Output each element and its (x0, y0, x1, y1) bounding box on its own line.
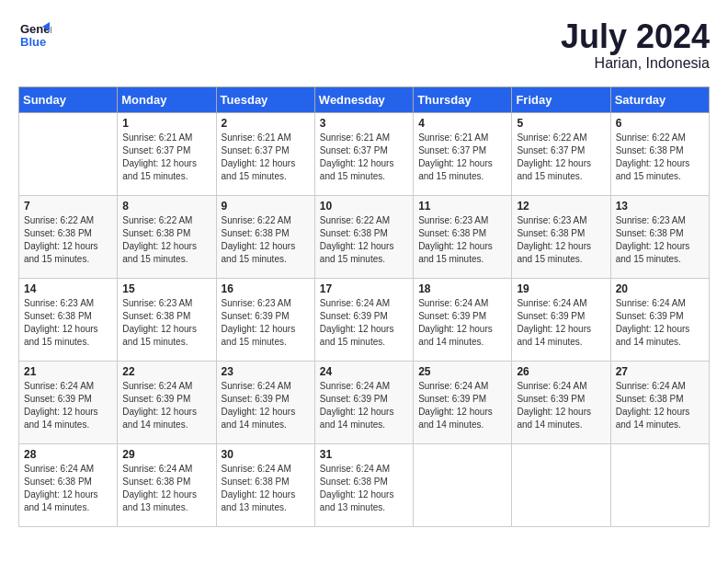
day-number: 3 (320, 117, 408, 130)
calendar-week-row: 1 Sunrise: 6:21 AMSunset: 6:37 PMDayligh… (19, 112, 710, 195)
day-info: Sunrise: 6:24 AMSunset: 6:39 PMDaylight:… (517, 297, 605, 349)
day-info: Sunrise: 6:24 AMSunset: 6:39 PMDaylight:… (222, 380, 310, 431)
day-number: 14 (24, 282, 112, 295)
calendar-day-cell: 21 Sunrise: 6:24 AMSunset: 6:39 PMDaylig… (19, 361, 118, 443)
calendar-day-cell: 17 Sunrise: 6:24 AMSunset: 6:39 PMDaylig… (314, 278, 413, 361)
calendar-day-cell: 2 Sunrise: 6:21 AMSunset: 6:37 PMDayligh… (216, 112, 314, 195)
day-info: Sunrise: 6:24 AMSunset: 6:39 PMDaylight:… (320, 297, 408, 349)
day-number: 30 (222, 448, 310, 461)
day-info: Sunrise: 6:22 AMSunset: 6:38 PMDaylight:… (122, 214, 210, 266)
calendar-week-row: 7 Sunrise: 6:22 AMSunset: 6:38 PMDayligh… (19, 195, 710, 278)
day-info: Sunrise: 6:24 AMSunset: 6:39 PMDaylight:… (616, 297, 704, 349)
calendar-day-cell: 31 Sunrise: 6:24 AMSunset: 6:38 PMDaylig… (314, 443, 413, 526)
calendar-day-cell: 4 Sunrise: 6:21 AMSunset: 6:37 PMDayligh… (414, 112, 512, 195)
calendar-day-cell: 1 Sunrise: 6:21 AMSunset: 6:37 PMDayligh… (118, 112, 216, 195)
day-number: 8 (122, 200, 210, 213)
calendar-day-cell: 8 Sunrise: 6:22 AMSunset: 6:38 PMDayligh… (118, 195, 216, 278)
logo: General Blue (18, 18, 51, 52)
calendar-day-cell (610, 443, 709, 526)
day-number: 20 (616, 282, 704, 295)
day-number: 10 (320, 200, 408, 213)
day-info: Sunrise: 6:24 AMSunset: 6:39 PMDaylight:… (122, 380, 210, 431)
calendar-day-cell: 10 Sunrise: 6:22 AMSunset: 6:38 PMDaylig… (314, 195, 413, 278)
calendar-day-cell (414, 443, 512, 526)
calendar-day-cell: 13 Sunrise: 6:23 AMSunset: 6:38 PMDaylig… (610, 195, 709, 278)
calendar-day-cell: 23 Sunrise: 6:24 AMSunset: 6:39 PMDaylig… (216, 361, 314, 443)
day-info: Sunrise: 6:21 AMSunset: 6:37 PMDaylight:… (418, 132, 506, 183)
day-number: 6 (616, 117, 704, 130)
calendar-day-cell (19, 112, 118, 195)
day-number: 2 (222, 117, 310, 130)
day-info: Sunrise: 6:23 AMSunset: 6:38 PMDaylight:… (24, 297, 112, 349)
calendar-week-row: 14 Sunrise: 6:23 AMSunset: 6:38 PMDaylig… (19, 278, 710, 361)
calendar-day-cell: 19 Sunrise: 6:24 AMSunset: 6:39 PMDaylig… (512, 278, 610, 361)
day-of-week-header: Thursday (414, 86, 512, 112)
day-info: Sunrise: 6:24 AMSunset: 6:39 PMDaylight:… (418, 380, 506, 431)
calendar-day-cell: 20 Sunrise: 6:24 AMSunset: 6:39 PMDaylig… (610, 278, 709, 361)
calendar-day-cell: 15 Sunrise: 6:23 AMSunset: 6:38 PMDaylig… (118, 278, 216, 361)
day-info: Sunrise: 6:23 AMSunset: 6:38 PMDaylight:… (517, 214, 605, 266)
day-of-week-header: Monday (118, 86, 216, 112)
calendar-table: SundayMondayTuesdayWednesdayThursdayFrid… (18, 86, 710, 527)
day-number: 5 (517, 117, 605, 130)
calendar-day-cell: 29 Sunrise: 6:24 AMSunset: 6:38 PMDaylig… (118, 443, 216, 526)
day-number: 28 (24, 448, 112, 461)
day-number: 22 (122, 365, 210, 378)
day-of-week-header: Tuesday (216, 86, 314, 112)
day-of-week-header: Saturday (610, 86, 709, 112)
day-info: Sunrise: 6:24 AMSunset: 6:39 PMDaylight:… (320, 380, 408, 431)
day-info: Sunrise: 6:23 AMSunset: 6:38 PMDaylight:… (616, 214, 704, 266)
day-number: 27 (616, 365, 704, 378)
calendar-day-cell: 28 Sunrise: 6:24 AMSunset: 6:38 PMDaylig… (19, 443, 118, 526)
calendar-day-cell: 5 Sunrise: 6:22 AMSunset: 6:37 PMDayligh… (512, 112, 610, 195)
day-number: 23 (222, 365, 310, 378)
day-number: 4 (418, 117, 506, 130)
day-number: 17 (320, 282, 408, 295)
day-info: Sunrise: 6:22 AMSunset: 6:38 PMDaylight:… (222, 214, 310, 266)
calendar-day-cell (512, 443, 610, 526)
day-number: 16 (222, 282, 310, 295)
day-number: 15 (122, 282, 210, 295)
day-number: 11 (418, 200, 506, 213)
day-number: 24 (320, 365, 408, 378)
day-info: Sunrise: 6:22 AMSunset: 6:38 PMDaylight:… (320, 214, 408, 266)
logo-icon: General Blue (18, 18, 51, 52)
month-year-title: July 2024 (561, 18, 710, 55)
day-info: Sunrise: 6:21 AMSunset: 6:37 PMDaylight:… (222, 132, 310, 183)
calendar-day-cell: 27 Sunrise: 6:24 AMSunset: 6:38 PMDaylig… (610, 361, 709, 443)
day-info: Sunrise: 6:24 AMSunset: 6:39 PMDaylight:… (418, 297, 506, 349)
calendar-day-cell: 6 Sunrise: 6:22 AMSunset: 6:38 PMDayligh… (610, 112, 709, 195)
calendar-day-cell: 30 Sunrise: 6:24 AMSunset: 6:38 PMDaylig… (216, 443, 314, 526)
day-number: 7 (24, 200, 112, 213)
page-header: General Blue July 2024 Harian, Indonesia (18, 18, 710, 72)
calendar-day-cell: 25 Sunrise: 6:24 AMSunset: 6:39 PMDaylig… (414, 361, 512, 443)
day-of-week-header: Sunday (19, 86, 118, 112)
day-number: 18 (418, 282, 506, 295)
day-info: Sunrise: 6:22 AMSunset: 6:37 PMDaylight:… (517, 132, 605, 183)
day-info: Sunrise: 6:21 AMSunset: 6:37 PMDaylight:… (122, 132, 210, 183)
day-number: 25 (418, 365, 506, 378)
calendar-day-cell: 22 Sunrise: 6:24 AMSunset: 6:39 PMDaylig… (118, 361, 216, 443)
location-subtitle: Harian, Indonesia (561, 55, 710, 72)
day-info: Sunrise: 6:23 AMSunset: 6:38 PMDaylight:… (418, 214, 506, 266)
day-info: Sunrise: 6:23 AMSunset: 6:39 PMDaylight:… (222, 297, 310, 349)
calendar-week-row: 28 Sunrise: 6:24 AMSunset: 6:38 PMDaylig… (19, 443, 710, 526)
calendar-day-cell: 18 Sunrise: 6:24 AMSunset: 6:39 PMDaylig… (414, 278, 512, 361)
calendar-day-cell: 3 Sunrise: 6:21 AMSunset: 6:37 PMDayligh… (314, 112, 413, 195)
day-info: Sunrise: 6:23 AMSunset: 6:38 PMDaylight:… (122, 297, 210, 349)
day-number: 9 (222, 200, 310, 213)
calendar-day-cell: 11 Sunrise: 6:23 AMSunset: 6:38 PMDaylig… (414, 195, 512, 278)
title-block: July 2024 Harian, Indonesia (561, 18, 710, 72)
calendar-day-cell: 14 Sunrise: 6:23 AMSunset: 6:38 PMDaylig… (19, 278, 118, 361)
calendar-day-cell: 24 Sunrise: 6:24 AMSunset: 6:39 PMDaylig… (314, 361, 413, 443)
day-info: Sunrise: 6:24 AMSunset: 6:38 PMDaylight:… (24, 463, 112, 514)
day-number: 21 (24, 365, 112, 378)
day-info: Sunrise: 6:22 AMSunset: 6:38 PMDaylight:… (24, 214, 112, 266)
day-info: Sunrise: 6:24 AMSunset: 6:38 PMDaylight:… (222, 463, 310, 514)
calendar-day-cell: 16 Sunrise: 6:23 AMSunset: 6:39 PMDaylig… (216, 278, 314, 361)
day-info: Sunrise: 6:24 AMSunset: 6:39 PMDaylight:… (24, 380, 112, 431)
day-info: Sunrise: 6:24 AMSunset: 6:38 PMDaylight:… (320, 463, 408, 514)
day-info: Sunrise: 6:24 AMSunset: 6:38 PMDaylight:… (616, 380, 704, 431)
calendar-day-cell: 7 Sunrise: 6:22 AMSunset: 6:38 PMDayligh… (19, 195, 118, 278)
day-number: 1 (122, 117, 210, 130)
